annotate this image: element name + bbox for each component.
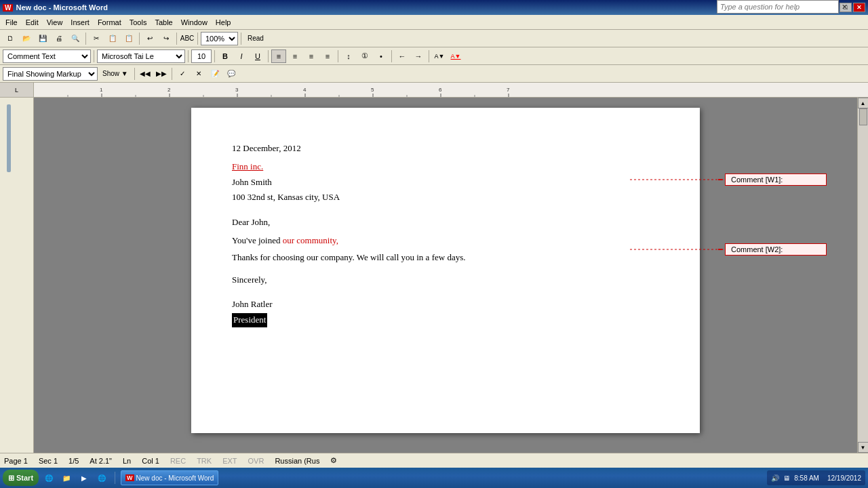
- comment-1-line: [630, 179, 725, 180]
- col-status: Col 1: [142, 457, 159, 465]
- rec-status: REC: [170, 457, 186, 465]
- scroll-thumb[interactable]: [859, 108, 867, 125]
- folder-quicklaunch-icon[interactable]: 📁: [59, 471, 74, 485]
- menu-window[interactable]: Window: [177, 17, 212, 28]
- font-select[interactable]: Microsoft Tai Le Times New Roman Arial: [97, 49, 185, 63]
- help-input[interactable]: [717, 0, 839, 14]
- print-button[interactable]: 🖨: [52, 32, 66, 45]
- document-area[interactable]: 12 December, 2012 Finn inc. John Smith 1…: [34, 98, 857, 453]
- style-select[interactable]: Comment Text Normal Heading 1: [3, 49, 91, 63]
- sep-fmt-4: [268, 50, 269, 62]
- scroll-up-button[interactable]: ▲: [858, 98, 869, 108]
- read-button[interactable]: Read: [244, 32, 267, 45]
- track-changes-button[interactable]: 📝: [208, 67, 222, 81]
- trk-status: TRK: [197, 457, 212, 465]
- sep-fmt-7: [429, 50, 429, 62]
- new-comment-button[interactable]: 💬: [224, 67, 239, 81]
- new-doc-button[interactable]: 🗋: [3, 32, 18, 45]
- start-button[interactable]: ⊞ Start: [3, 470, 39, 486]
- standard-toolbar: 🗋 📂 💾 🖨 🔍 ✂ 📋 📋 ↩ ↪ ABC 100% 75% 150% Re…: [0, 30, 868, 47]
- menu-tools[interactable]: Tools: [125, 17, 151, 28]
- bullets-button[interactable]: •: [374, 49, 389, 63]
- italic-button[interactable]: I: [234, 49, 249, 63]
- undo-button[interactable]: ↩: [142, 32, 157, 45]
- font-size-input[interactable]: [191, 49, 212, 63]
- scroll-track[interactable]: [859, 108, 868, 442]
- menu-insert[interactable]: Insert: [66, 17, 94, 28]
- next-change-button[interactable]: ▶▶: [154, 67, 169, 81]
- media-quicklaunch-icon[interactable]: ▶: [77, 471, 92, 485]
- markup-view-select[interactable]: Final Showing Markup Final Original Show…: [3, 67, 98, 81]
- svg-text:6: 6: [439, 87, 442, 93]
- word-taskbar-icon: W: [125, 474, 134, 481]
- sec-status: Sec 1: [39, 457, 58, 465]
- word-taskbar-button[interactable]: W New doc - Microsoft Word: [121, 470, 218, 485]
- letter-title-selected: President: [232, 313, 267, 327]
- reject-change-button[interactable]: ✕: [191, 67, 206, 81]
- prev-change-button[interactable]: ◀◀: [138, 67, 153, 81]
- separator-3: [176, 33, 177, 45]
- menu-bar: File Edit View Insert Format Tools Table…: [0, 15, 868, 30]
- line-spacing-button[interactable]: ↕: [341, 49, 356, 63]
- menu-view[interactable]: View: [43, 17, 67, 28]
- speaker-icon[interactable]: 🔊: [771, 474, 779, 482]
- pages-status: 1/5: [68, 457, 79, 465]
- letter-body-line-2: Thanks for choosing our company. We will…: [232, 251, 659, 265]
- page-wrapper: 12 December, 2012 Finn inc. John Smith 1…: [120, 108, 771, 433]
- svg-text:2: 2: [167, 87, 171, 93]
- bold-button[interactable]: B: [218, 49, 233, 63]
- menu-table[interactable]: Table: [151, 17, 176, 28]
- system-tray: 🔊 🖥 8:58 AM 12/19/2012: [767, 470, 865, 485]
- taskbar-sep: [115, 472, 115, 484]
- highlight-button[interactable]: A▼: [432, 49, 447, 63]
- letter-content: 12 December, 2012 Finn inc. John Smith 1…: [232, 142, 659, 327]
- print-preview-button[interactable]: 🔍: [68, 32, 83, 45]
- align-center-button[interactable]: ≡: [288, 49, 302, 63]
- open-button[interactable]: 📂: [19, 32, 34, 45]
- underline-button[interactable]: U: [250, 49, 265, 63]
- network-icon[interactable]: 🖥: [783, 474, 790, 482]
- ie-quicklaunch-icon[interactable]: 🌐: [41, 471, 56, 485]
- redo-button[interactable]: ↪: [159, 32, 174, 45]
- date-display: 12/19/2012: [827, 474, 861, 482]
- menu-format[interactable]: Format: [94, 17, 125, 28]
- svg-text:7: 7: [507, 87, 510, 93]
- decrease-indent-button[interactable]: ←: [395, 49, 410, 63]
- menu-help[interactable]: Help: [212, 17, 235, 28]
- font-color-button[interactable]: A▼: [448, 49, 463, 63]
- body-middle: ve joined: [248, 235, 282, 245]
- align-right-button[interactable]: ≡: [304, 49, 319, 63]
- increase-indent-button[interactable]: →: [411, 49, 426, 63]
- body-community: our community,: [283, 235, 338, 245]
- ruler: L 1 2 3 4 5 6 7: [0, 83, 868, 98]
- markup-toolbar: Final Showing Markup Final Original Show…: [0, 65, 868, 83]
- vertical-scrollbar[interactable]: ▲ ▼: [857, 98, 868, 453]
- save-button[interactable]: 💾: [35, 32, 50, 45]
- letter-date: 12 December, 2012: [232, 142, 659, 156]
- sep-mk-1: [134, 68, 135, 80]
- letter-address: 100 32nd st, Kansas city, USA: [232, 190, 659, 205]
- paste-button[interactable]: 📋: [121, 32, 136, 45]
- comment-2-line: [630, 249, 725, 250]
- accept-change-button[interactable]: ✓: [175, 67, 190, 81]
- sep-mk-2: [172, 68, 172, 80]
- menu-edit[interactable]: Edit: [22, 17, 43, 28]
- align-justify-button[interactable]: ≡: [320, 49, 335, 63]
- word-icon: W: [3, 4, 13, 12]
- cut-button[interactable]: ✂: [89, 32, 104, 45]
- spelling-button[interactable]: ABC: [180, 32, 195, 45]
- help-close-icon[interactable]: ✕: [842, 3, 848, 12]
- start-icon: ⊞: [8, 474, 14, 483]
- numbering-button[interactable]: ①: [357, 49, 372, 63]
- zoom-select[interactable]: 100% 75% 150%: [201, 32, 238, 45]
- align-left-button[interactable]: ≡: [271, 49, 286, 63]
- menu-file[interactable]: File: [1, 17, 22, 28]
- lang-settings-icon[interactable]: ⚙: [330, 456, 337, 465]
- show-button[interactable]: Show ▼: [99, 67, 132, 81]
- taskbar: ⊞ Start 🌐 📁 ▶ 🌐 W New doc - Microsoft Wo…: [0, 468, 868, 488]
- copy-button[interactable]: 📋: [105, 32, 120, 45]
- close-button[interactable]: ✕: [853, 3, 865, 12]
- browser-quicklaunch-icon[interactable]: 🌐: [94, 471, 109, 485]
- scroll-down-button[interactable]: ▼: [858, 442, 869, 453]
- ext-status: EXT: [222, 457, 237, 465]
